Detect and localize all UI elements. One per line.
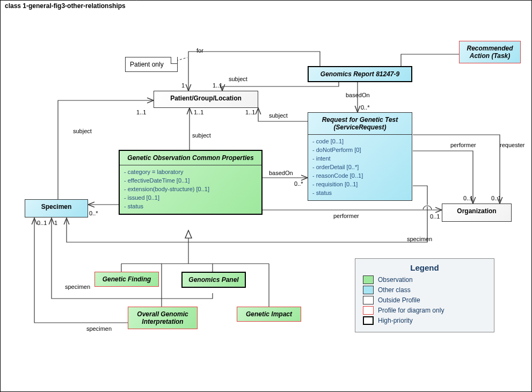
legend-title: Legend — [363, 263, 486, 272]
legend-label: Other class — [378, 286, 411, 294]
mult: 0..1 — [430, 213, 440, 220]
class-title: Patient/Group/Location — [154, 91, 258, 105]
assoc-specimen: specimen — [65, 284, 90, 290]
mult: 0..1 — [491, 195, 501, 201]
attr: requisition [0..1] — [312, 180, 407, 188]
attr: extension(body-structure) [0..1] — [124, 185, 257, 193]
class-genomics-panel: Genomics Panel — [181, 272, 246, 288]
assoc-basedOn: basedOn — [346, 92, 370, 98]
class-patient-group-location: Patient/Group/Location — [154, 91, 258, 108]
mult: 1..1 — [136, 109, 146, 115]
class-attrs: category = laboratory effectiveDateTime … — [120, 165, 261, 214]
mult: 0..* — [294, 180, 303, 187]
legend-row: High-priority — [363, 316, 486, 325]
attr: code [0..1] — [312, 137, 407, 146]
mult: 1..1 — [213, 82, 222, 89]
class-title: Genomics Report 81247-9 — [309, 67, 411, 81]
class-gocp: Genetic Observation Common Properties ca… — [119, 150, 263, 215]
class-organization: Organization — [442, 204, 512, 222]
legend-row: Outside Profile — [363, 296, 486, 304]
class-title: Genomics Panel — [183, 273, 245, 287]
assoc-specimen: specimen — [407, 236, 432, 242]
assoc-performer: performer — [333, 213, 359, 219]
legend-row: Observation — [363, 275, 486, 284]
attr: reasonCode [0..1] — [312, 171, 407, 180]
mult: 0..1 — [463, 195, 473, 201]
mult: 0..* — [89, 210, 98, 216]
legend-label: Outside Profile — [378, 296, 420, 304]
legend-row: Profile for diagram only — [363, 306, 486, 315]
mult: 0..1 — [37, 220, 47, 226]
legend-label: High-priority — [378, 317, 413, 324]
mult: 1 — [181, 82, 185, 89]
class-title: Genetic Finding — [95, 272, 158, 286]
class-overall-interpretation: Overall Genomic Interpretation — [128, 307, 198, 329]
attr: effectiveDateTime [0..1] — [124, 176, 257, 185]
class-title: Genetic Impact — [237, 307, 301, 321]
legend-row: Other class — [363, 286, 486, 294]
mult: 1..1 — [194, 109, 203, 115]
mult: 1 — [54, 220, 57, 226]
class-genetic-impact: Genetic Impact — [237, 307, 301, 322]
class-genomics-report: Genomics Report 81247-9 — [308, 66, 412, 82]
assoc-basedOn: basedOn — [269, 170, 293, 176]
mult: 0..* — [361, 104, 370, 111]
legend-label: Profile for diagram only — [378, 307, 444, 314]
legend: Legend Observation Other class Outside P… — [355, 258, 494, 332]
attr: status — [124, 202, 257, 210]
class-title: Genetic Observation Common Properties — [120, 151, 261, 165]
assoc-subject: subject — [192, 132, 211, 139]
class-attrs: code [0..1] doNotPerform [0] intent orde… — [308, 135, 412, 200]
assoc-specimen: specimen — [86, 325, 112, 332]
assoc-subject: subject — [269, 112, 288, 119]
frame-title: class 1-general-fig3-other-relationships — [0, 0, 137, 11]
note-text: Patient only — [130, 61, 164, 68]
class-title: Recommended Action (Task) — [460, 41, 520, 63]
attr: intent — [312, 154, 407, 163]
class-title: Request for Genetic Test (ServiceRequest… — [308, 113, 412, 135]
attr: status — [312, 188, 407, 197]
class-title: Organization — [442, 204, 511, 218]
assoc-for: for — [196, 47, 203, 54]
connectors-layer — [1, 1, 532, 392]
note-patient-only: Patient only — [125, 57, 178, 72]
class-recommended-action: Recommended Action (Task) — [459, 41, 521, 63]
mult: 1..1 — [245, 109, 255, 115]
attr: issued [0..1] — [124, 193, 257, 202]
assoc-subject: subject — [73, 128, 92, 134]
class-service-request: Request for Genetic Test (ServiceRequest… — [308, 112, 412, 201]
assoc-subject: subject — [229, 76, 247, 82]
assoc-performer: performer — [450, 142, 476, 148]
class-title: Specimen — [25, 200, 88, 214]
assoc-requester: requester — [500, 142, 524, 148]
attr: category = laboratory — [124, 168, 257, 176]
legend-label: Observation — [378, 276, 413, 284]
attr: doNotPerform [0] — [312, 146, 407, 154]
class-specimen: Specimen — [25, 199, 88, 217]
attr: orderDetail [0..*] — [312, 163, 407, 171]
class-genetic-finding: Genetic Finding — [94, 272, 159, 287]
class-title: Overall Genomic Interpretation — [128, 307, 197, 329]
